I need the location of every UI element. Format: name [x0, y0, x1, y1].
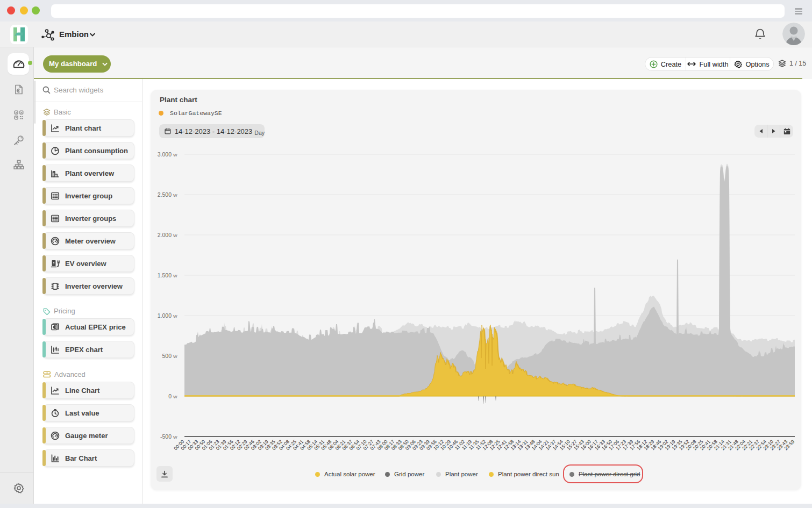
svg-text:W: W	[173, 153, 177, 158]
svg-text:0: 0	[168, 393, 172, 399]
svg-text:2.000: 2.000	[158, 232, 172, 238]
svg-text:2.500: 2.500	[158, 191, 172, 198]
svg-text:W: W	[173, 233, 177, 238]
svg-text:W: W	[173, 395, 177, 399]
svg-text:1.000: 1.000	[158, 312, 172, 319]
svg-text:W: W	[173, 193, 177, 198]
svg-text:1.500: 1.500	[158, 272, 172, 278]
svg-text:W: W	[173, 274, 177, 278]
svg-text:W: W	[173, 354, 177, 359]
svg-text:3.000: 3.000	[158, 151, 172, 158]
svg-text:W: W	[173, 435, 177, 440]
svg-text:500: 500	[162, 353, 172, 359]
svg-text:-500: -500	[160, 433, 172, 440]
svg-text:W: W	[173, 314, 177, 319]
